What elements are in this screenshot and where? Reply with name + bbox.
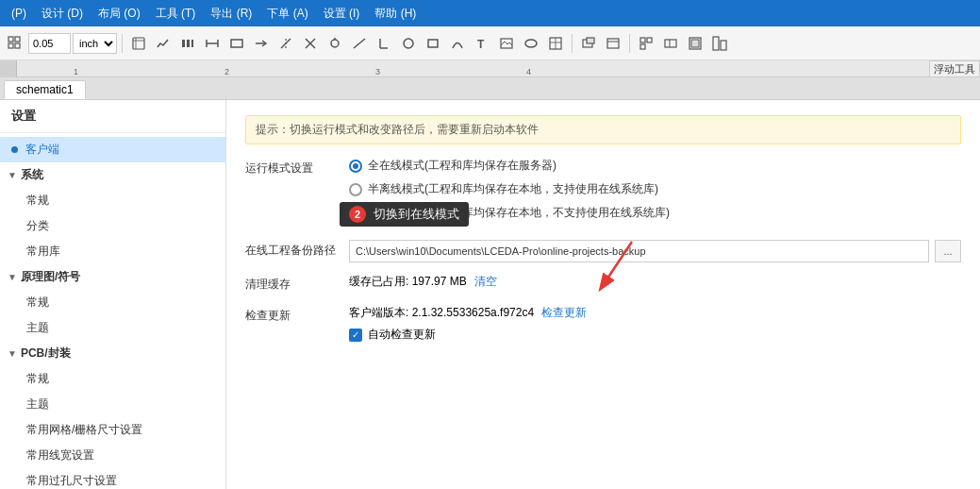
tool-net[interactable]: [274, 32, 297, 55]
client-version-text: 客户端版本: 2.1.32.5533625a.f972c4: [349, 305, 534, 321]
tool-pin[interactable]: [324, 32, 346, 55]
tool-select[interactable]: [127, 32, 150, 55]
nav-pcb-linewidth[interactable]: 常用线宽设置: [0, 443, 225, 468]
nav-sch-normal[interactable]: 常规: [0, 290, 225, 315]
menu-help[interactable]: 帮助 (H): [367, 4, 424, 24]
nav-normal[interactable]: 常规: [0, 188, 225, 213]
toolbar-grid-btn[interactable]: [4, 32, 26, 55]
nav-sch-theme[interactable]: 主题: [0, 315, 225, 341]
nav-pcb-theme-label: 主题: [26, 396, 49, 413]
path-label: 在线工程备份路径: [245, 240, 349, 260]
ruler-tick-2: 2: [224, 67, 229, 76]
check-update-link[interactable]: 检查更新: [541, 305, 587, 321]
nav-schematic[interactable]: ▼ 原理图/符号: [0, 264, 225, 290]
tool-bus[interactable]: [176, 32, 199, 55]
unit-select[interactable]: inch mil mm: [73, 33, 117, 54]
nav-sch-theme-label: 主题: [26, 320, 49, 336]
menu-layout[interactable]: 布局 (O): [91, 4, 148, 24]
arrow-down-icon: ▼: [8, 170, 17, 180]
svg-rect-38: [640, 44, 645, 49]
tool-extra6[interactable]: [708, 32, 731, 55]
menu-settings[interactable]: 设置 (I): [316, 4, 368, 24]
tool-rect[interactable]: [225, 32, 248, 55]
tool-extra5[interactable]: [684, 32, 706, 55]
svg-rect-2: [8, 43, 13, 48]
svg-text:T: T: [477, 38, 485, 51]
tool-arrow[interactable]: [250, 32, 273, 55]
nav-sch-normal-label: 常规: [26, 295, 49, 311]
tool-extra2[interactable]: [602, 32, 624, 55]
auto-check-checkbox[interactable]: ✓: [349, 329, 362, 342]
nav-pcb-normal[interactable]: 常规: [0, 366, 225, 392]
tool-extra1[interactable]: [577, 32, 600, 55]
nav-dot: [11, 146, 18, 153]
cache-clear-btn[interactable]: 清空: [474, 274, 497, 290]
tool-place[interactable]: [201, 32, 224, 55]
cache-info: 缓存已占用: 197.97 MB 清空: [349, 274, 961, 290]
toolbar: inch mil mm T: [0, 26, 980, 60]
nav-pcb-grid[interactable]: 常用网格/栅格尺寸设置: [0, 417, 225, 443]
nav-pcb-via[interactable]: 常用过孔尺寸设置: [0, 468, 225, 489]
svg-line-21: [354, 39, 365, 48]
path-browse-btn[interactable]: ...: [935, 240, 961, 262]
tool-extra3[interactable]: [635, 32, 657, 55]
update-info: 客户端版本: 2.1.32.5533625a.f972c4 检查更新: [349, 305, 961, 321]
menubar: (P) 设计 (D) 布局 (O) 工具 (T) 导出 (R) 下单 (A) 设…: [0, 0, 980, 26]
menu-p[interactable]: (P): [4, 5, 34, 22]
nav-pcb[interactable]: ▼ PCB/封装: [0, 341, 225, 366]
zoom-input[interactable]: [28, 33, 71, 54]
radio-semi[interactable]: 半离线模式(工程和库均保存在本地，支持使用在线系统库): [349, 181, 961, 197]
nav-pcb-normal-label: 常规: [26, 371, 49, 387]
tool-arc[interactable]: [446, 32, 469, 55]
path-value-area: ...: [349, 240, 961, 262]
ruler-tick-4: 4: [526, 67, 531, 76]
nav-common-lib[interactable]: 常用库: [0, 239, 225, 264]
svg-rect-42: [691, 40, 699, 47]
tool-image[interactable]: [495, 32, 518, 55]
nav-system[interactable]: ▼ 系统: [0, 162, 225, 188]
menu-tools[interactable]: 工具 (T): [148, 4, 204, 24]
nav-pcb-theme[interactable]: 主题: [0, 392, 225, 417]
svg-rect-1: [15, 37, 20, 42]
tool-line2[interactable]: [373, 32, 395, 55]
checkbox-check-icon: ✓: [352, 329, 359, 340]
tooltip-overlay: 2 切换到在线模式: [340, 202, 469, 227]
tool-line[interactable]: [348, 32, 371, 55]
svg-rect-3: [15, 43, 20, 48]
step-badge: 2: [349, 206, 366, 223]
menu-design[interactable]: 设计 (D): [34, 4, 91, 24]
path-input[interactable]: [349, 240, 929, 262]
tool-text[interactable]: T: [471, 32, 493, 55]
left-panel: 设置 客户端 ▼ 系统 常规 分类 常用库 ▼: [0, 100, 226, 489]
radio-online[interactable]: 全在线模式(工程和库均保存在服务器): [349, 158, 961, 174]
main-layout: 设置 客户端 ▼ 系统 常规 分类 常用库 ▼: [0, 100, 980, 489]
ruler-area: 1 2 3 4 浮动工具: [0, 60, 980, 77]
tool-table[interactable]: [544, 32, 567, 55]
menu-order[interactable]: 下单 (A): [259, 4, 315, 24]
tab-schematic1[interactable]: schematic1: [4, 80, 86, 99]
tool-circle[interactable]: [397, 32, 420, 55]
cache-used-text: 缓存已占用: 197.97 MB: [349, 274, 467, 290]
nav-category[interactable]: 分类: [0, 213, 225, 239]
tooltip-text: 切换到在线模式: [374, 207, 459, 221]
tool-x[interactable]: [299, 32, 322, 55]
radio-semi-circle[interactable]: [349, 183, 362, 196]
arrow-down-icon-3: ▼: [8, 348, 17, 359]
nav-pcb-label: PCB/封装: [21, 346, 71, 362]
path-input-row: ...: [349, 240, 961, 262]
menu-export[interactable]: 导出 (R): [203, 4, 259, 24]
nav-pcb-grid-label: 常用网格/栅格尺寸设置: [26, 422, 142, 438]
radio-online-text: 全在线模式(工程和库均保存在服务器): [368, 158, 556, 174]
tool-box[interactable]: [422, 32, 444, 55]
tool-wire[interactable]: [152, 32, 174, 55]
toolbar-sep-3: [629, 34, 630, 53]
cache-label: 清理缓存: [245, 274, 349, 294]
svg-rect-43: [713, 37, 719, 50]
ruler-horizontal: 1 2 3 4 浮动工具: [17, 60, 980, 76]
radio-online-circle[interactable]: [349, 160, 362, 173]
nav-client[interactable]: 客户端: [0, 137, 225, 162]
tool-extra4[interactable]: [659, 32, 682, 55]
tool-ellipse[interactable]: [520, 32, 542, 55]
radio-semi-text: 半离线模式(工程和库均保存在本地，支持使用在线系统库): [368, 181, 658, 197]
right-content: 提示：切换运行模式和改变路径后，需要重新启动本软件 运行模式设置 全在线模式(工…: [226, 100, 980, 489]
